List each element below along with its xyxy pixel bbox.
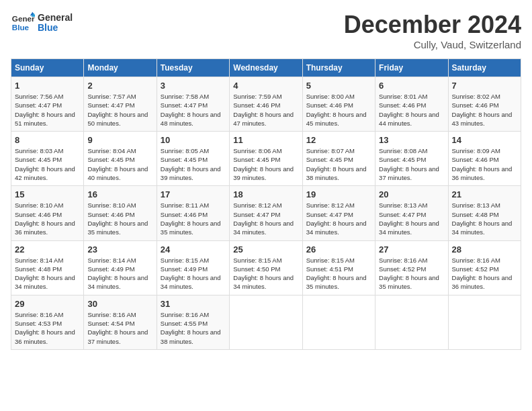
calendar-cell xyxy=(375,295,448,349)
calendar-week-4: 22 Sunrise: 8:14 AM Sunset: 4:48 PM Dayl… xyxy=(11,240,521,295)
month-title: December 2024 xyxy=(344,11,521,39)
col-header-monday: Monday xyxy=(84,59,157,77)
day-info: Sunrise: 8:12 AM Sunset: 4:47 PM Dayligh… xyxy=(306,201,371,236)
day-number: 28 xyxy=(452,244,517,255)
day-info: Sunrise: 8:07 AM Sunset: 4:45 PM Dayligh… xyxy=(306,146,371,182)
header: General Blue General Blue December 2024 … xyxy=(11,11,521,50)
day-info: Sunrise: 8:09 AM Sunset: 4:46 PM Dayligh… xyxy=(452,146,517,182)
col-header-sunday: Sunday xyxy=(11,59,84,77)
calendar-cell: 4 Sunrise: 7:59 AM Sunset: 4:46 PM Dayli… xyxy=(230,77,302,132)
calendar-table: SundayMondayTuesdayWednesdayThursdayFrid… xyxy=(11,58,521,350)
day-info: Sunrise: 8:04 AM Sunset: 4:45 PM Dayligh… xyxy=(87,146,152,182)
calendar-cell: 12 Sunrise: 8:07 AM Sunset: 4:45 PM Dayl… xyxy=(302,132,375,186)
day-info: Sunrise: 7:57 AM Sunset: 4:47 PM Dayligh… xyxy=(87,92,152,128)
day-info: Sunrise: 8:11 AM Sunset: 4:46 PM Dayligh… xyxy=(161,201,226,236)
calendar-cell xyxy=(302,295,375,349)
header-row: SundayMondayTuesdayWednesdayThursdayFrid… xyxy=(11,59,521,77)
day-number: 29 xyxy=(15,299,80,309)
day-info: Sunrise: 8:08 AM Sunset: 4:45 PM Dayligh… xyxy=(379,146,444,182)
calendar-cell: 24 Sunrise: 8:15 AM Sunset: 4:49 PM Dayl… xyxy=(157,240,229,295)
day-number: 14 xyxy=(452,135,517,145)
day-info: Sunrise: 8:13 AM Sunset: 4:48 PM Dayligh… xyxy=(452,201,517,236)
day-number: 21 xyxy=(452,189,517,199)
day-info: Sunrise: 8:06 AM Sunset: 4:45 PM Dayligh… xyxy=(233,146,298,182)
calendar-cell: 7 Sunrise: 8:02 AM Sunset: 4:46 PM Dayli… xyxy=(448,77,521,132)
calendar-cell: 18 Sunrise: 8:12 AM Sunset: 4:47 PM Dayl… xyxy=(230,186,302,240)
calendar-cell: 23 Sunrise: 8:14 AM Sunset: 4:49 PM Dayl… xyxy=(84,240,157,295)
day-number: 30 xyxy=(87,299,152,309)
day-number: 3 xyxy=(161,81,226,91)
logo: General Blue General Blue xyxy=(11,11,73,35)
day-number: 20 xyxy=(379,189,444,199)
day-info: Sunrise: 8:12 AM Sunset: 4:47 PM Dayligh… xyxy=(233,201,298,236)
day-number: 19 xyxy=(306,189,371,199)
day-info: Sunrise: 8:03 AM Sunset: 4:45 PM Dayligh… xyxy=(15,146,80,182)
day-info: Sunrise: 7:56 AM Sunset: 4:47 PM Dayligh… xyxy=(15,92,80,128)
calendar-cell: 8 Sunrise: 8:03 AM Sunset: 4:45 PM Dayli… xyxy=(11,132,84,186)
day-info: Sunrise: 8:13 AM Sunset: 4:47 PM Dayligh… xyxy=(379,201,444,236)
day-info: Sunrise: 8:14 AM Sunset: 4:48 PM Dayligh… xyxy=(15,256,80,291)
day-info: Sunrise: 8:15 AM Sunset: 4:51 PM Dayligh… xyxy=(306,256,371,291)
calendar-cell: 14 Sunrise: 8:09 AM Sunset: 4:46 PM Dayl… xyxy=(448,132,521,186)
calendar-cell: 15 Sunrise: 8:10 AM Sunset: 4:46 PM Dayl… xyxy=(11,186,84,240)
calendar-cell: 26 Sunrise: 8:15 AM Sunset: 4:51 PM Dayl… xyxy=(302,240,375,295)
svg-text:Blue: Blue xyxy=(12,23,30,32)
day-info: Sunrise: 7:58 AM Sunset: 4:47 PM Dayligh… xyxy=(161,92,226,128)
calendar-cell: 27 Sunrise: 8:16 AM Sunset: 4:52 PM Dayl… xyxy=(375,240,448,295)
day-number: 13 xyxy=(379,135,444,145)
day-number: 1 xyxy=(15,81,80,91)
calendar-cell: 19 Sunrise: 8:12 AM Sunset: 4:47 PM Dayl… xyxy=(302,186,375,240)
day-info: Sunrise: 8:05 AM Sunset: 4:45 PM Dayligh… xyxy=(161,146,226,182)
day-number: 10 xyxy=(161,135,226,145)
day-number: 12 xyxy=(306,135,371,145)
calendar-cell: 17 Sunrise: 8:11 AM Sunset: 4:46 PM Dayl… xyxy=(157,186,229,240)
logo-general: General xyxy=(38,13,73,23)
day-number: 16 xyxy=(87,189,152,199)
day-number: 9 xyxy=(87,135,152,145)
day-info: Sunrise: 8:10 AM Sunset: 4:46 PM Dayligh… xyxy=(87,201,152,236)
day-info: Sunrise: 8:15 AM Sunset: 4:50 PM Dayligh… xyxy=(233,256,298,291)
calendar-week-1: 1 Sunrise: 7:56 AM Sunset: 4:47 PM Dayli… xyxy=(11,77,521,132)
calendar-cell: 29 Sunrise: 8:16 AM Sunset: 4:53 PM Dayl… xyxy=(11,295,84,349)
calendar-cell: 31 Sunrise: 8:16 AM Sunset: 4:55 PM Dayl… xyxy=(157,295,229,349)
day-info: Sunrise: 8:16 AM Sunset: 4:53 PM Dayligh… xyxy=(15,310,80,346)
calendar-cell: 5 Sunrise: 8:00 AM Sunset: 4:46 PM Dayli… xyxy=(302,77,375,132)
calendar-cell: 1 Sunrise: 7:56 AM Sunset: 4:47 PM Dayli… xyxy=(11,77,84,132)
day-number: 2 xyxy=(87,81,152,91)
day-info: Sunrise: 8:15 AM Sunset: 4:49 PM Dayligh… xyxy=(161,256,226,291)
calendar-cell: 25 Sunrise: 8:15 AM Sunset: 4:50 PM Dayl… xyxy=(230,240,302,295)
location: Cully, Vaud, Switzerland xyxy=(344,39,521,50)
calendar-week-5: 29 Sunrise: 8:16 AM Sunset: 4:53 PM Dayl… xyxy=(11,295,521,349)
col-header-friday: Friday xyxy=(375,59,448,77)
calendar-cell: 16 Sunrise: 8:10 AM Sunset: 4:46 PM Dayl… xyxy=(84,186,157,240)
day-info: Sunrise: 8:16 AM Sunset: 4:52 PM Dayligh… xyxy=(379,256,444,291)
logo-blue: Blue xyxy=(38,23,73,33)
day-number: 31 xyxy=(161,299,226,309)
day-info: Sunrise: 7:59 AM Sunset: 4:46 PM Dayligh… xyxy=(233,92,298,128)
day-number: 26 xyxy=(306,244,371,255)
col-header-tuesday: Tuesday xyxy=(157,59,229,77)
calendar-cell: 9 Sunrise: 8:04 AM Sunset: 4:45 PM Dayli… xyxy=(84,132,157,186)
day-number: 27 xyxy=(379,244,444,255)
calendar-cell: 10 Sunrise: 8:05 AM Sunset: 4:45 PM Dayl… xyxy=(157,132,229,186)
col-header-saturday: Saturday xyxy=(448,59,521,77)
day-number: 17 xyxy=(161,189,226,199)
calendar-week-2: 8 Sunrise: 8:03 AM Sunset: 4:45 PM Dayli… xyxy=(11,132,521,186)
calendar-cell: 28 Sunrise: 8:16 AM Sunset: 4:52 PM Dayl… xyxy=(448,240,521,295)
day-number: 11 xyxy=(233,135,298,145)
day-number: 8 xyxy=(15,135,80,145)
col-header-thursday: Thursday xyxy=(302,59,375,77)
calendar-cell: 21 Sunrise: 8:13 AM Sunset: 4:48 PM Dayl… xyxy=(448,186,521,240)
calendar-cell: 6 Sunrise: 8:01 AM Sunset: 4:46 PM Dayli… xyxy=(375,77,448,132)
day-number: 25 xyxy=(233,244,298,255)
day-info: Sunrise: 8:16 AM Sunset: 4:54 PM Dayligh… xyxy=(87,310,152,346)
day-info: Sunrise: 8:01 AM Sunset: 4:46 PM Dayligh… xyxy=(379,92,444,128)
day-number: 7 xyxy=(452,81,517,91)
day-info: Sunrise: 8:14 AM Sunset: 4:49 PM Dayligh… xyxy=(87,256,152,291)
calendar-week-3: 15 Sunrise: 8:10 AM Sunset: 4:46 PM Dayl… xyxy=(11,186,521,240)
day-info: Sunrise: 8:00 AM Sunset: 4:46 PM Dayligh… xyxy=(306,92,371,128)
day-number: 24 xyxy=(161,244,226,255)
day-number: 6 xyxy=(379,81,444,91)
calendar-cell: 11 Sunrise: 8:06 AM Sunset: 4:45 PM Dayl… xyxy=(230,132,302,186)
calendar-cell: 22 Sunrise: 8:14 AM Sunset: 4:48 PM Dayl… xyxy=(11,240,84,295)
